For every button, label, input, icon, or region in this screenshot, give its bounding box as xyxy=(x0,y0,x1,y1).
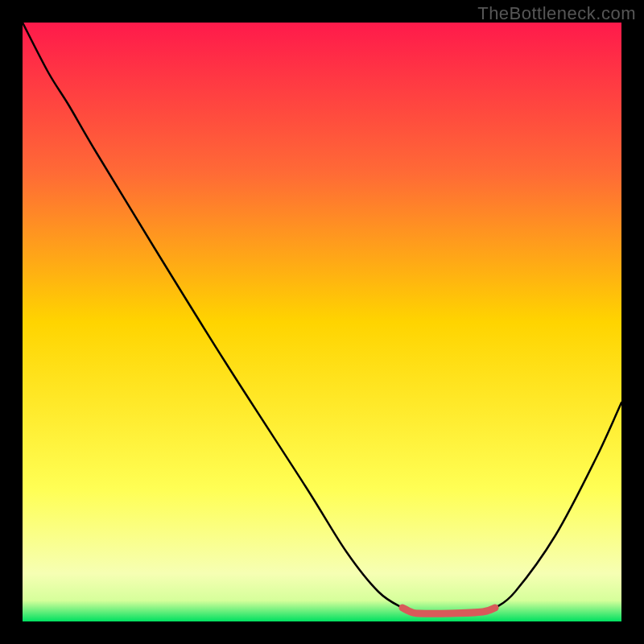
attribution-watermark: TheBottleneck.com xyxy=(477,3,636,24)
chart-frame: { "watermark": "TheBottleneck.com", "cha… xyxy=(0,0,644,644)
bottleneck-chart xyxy=(0,0,644,644)
gradient-background xyxy=(23,23,621,621)
